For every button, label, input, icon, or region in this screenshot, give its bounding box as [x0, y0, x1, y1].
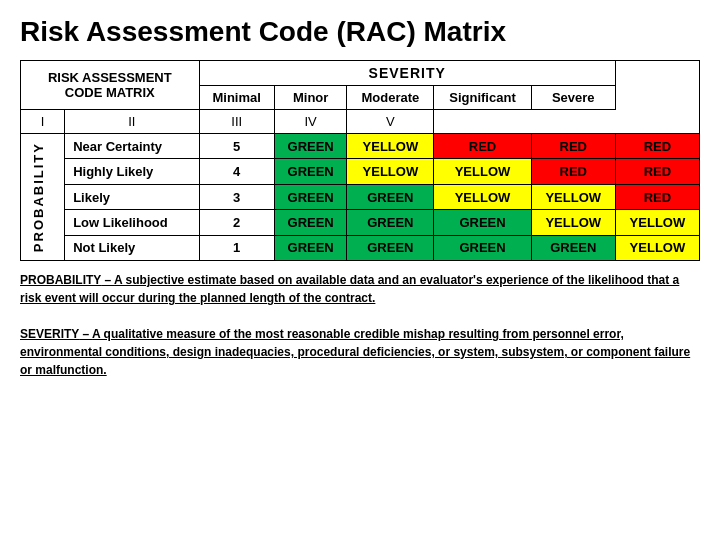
risk-cell: GREEN: [274, 184, 347, 209]
probability-row-number: 3: [199, 184, 274, 209]
probability-row-label: Low Likelihood: [65, 210, 199, 235]
risk-cell: YELLOW: [434, 159, 531, 184]
risk-cell: YELLOW: [615, 235, 699, 260]
probability-label: PROBABILITY: [21, 134, 65, 261]
table-row: Not Likely1GREENGREENGREENGREENYELLOW: [21, 235, 700, 260]
risk-cell: YELLOW: [347, 134, 434, 159]
probability-row-number: 5: [199, 134, 274, 159]
probability-row-label: Highly Likely: [65, 159, 199, 184]
probability-row-number: 4: [199, 159, 274, 184]
risk-cell: YELLOW: [347, 159, 434, 184]
footnotes-section: PROBABILITY – A subjective estimate base…: [20, 271, 700, 379]
table-row: PROBABILITYNear Certainty5GREENYELLOWRED…: [21, 134, 700, 159]
risk-cell: YELLOW: [531, 210, 615, 235]
risk-cell: RED: [531, 159, 615, 184]
severity-roman: I: [21, 110, 65, 134]
risk-cell: RED: [615, 159, 699, 184]
risk-cell: GREEN: [274, 159, 347, 184]
risk-cell: YELLOW: [531, 184, 615, 209]
table-row: Low Likelihood2GREENGREENGREENYELLOWYELL…: [21, 210, 700, 235]
risk-cell: RED: [531, 134, 615, 159]
severity-col-header: Moderate: [347, 86, 434, 110]
probability-row-number: 1: [199, 235, 274, 260]
footnote-severity: SEVERITY – A qualitative measure of the …: [20, 325, 700, 379]
severity-roman: II: [65, 110, 199, 134]
risk-cell: GREEN: [274, 210, 347, 235]
risk-cell: GREEN: [274, 134, 347, 159]
risk-assessment-header: RISK ASSESSMENT CODE MATRIX: [21, 61, 200, 110]
risk-cell: GREEN: [347, 235, 434, 260]
severity-col-header: Significant: [434, 86, 531, 110]
footnote-probability: PROBABILITY – A subjective estimate base…: [20, 271, 700, 307]
table-row: Highly Likely4GREENYELLOWYELLOWREDRED: [21, 159, 700, 184]
risk-cell: GREEN: [531, 235, 615, 260]
risk-cell: GREEN: [347, 210, 434, 235]
probability-row-label: Not Likely: [65, 235, 199, 260]
probability-row-label: Likely: [65, 184, 199, 209]
risk-cell: GREEN: [274, 235, 347, 260]
table-row: Likely3GREENGREENYELLOWYELLOWRED: [21, 184, 700, 209]
risk-cell: GREEN: [434, 235, 531, 260]
risk-cell: GREEN: [347, 184, 434, 209]
probability-row-number: 2: [199, 210, 274, 235]
rac-matrix: RISK ASSESSMENT CODE MATRIX SEVERITY Min…: [20, 60, 700, 261]
risk-cell: RED: [434, 134, 531, 159]
severity-header: SEVERITY: [199, 61, 615, 86]
severity-col-header: Minimal: [199, 86, 274, 110]
risk-cell: RED: [615, 184, 699, 209]
risk-cell: GREEN: [434, 210, 531, 235]
risk-cell: RED: [615, 134, 699, 159]
risk-cell: YELLOW: [434, 184, 531, 209]
page-title: Risk Assessment Code (RAC) Matrix: [20, 16, 700, 48]
probability-row-label: Near Certainty: [65, 134, 199, 159]
severity-col-header: Minor: [274, 86, 347, 110]
severity-roman: IV: [274, 110, 347, 134]
severity-roman: V: [347, 110, 434, 134]
severity-col-header: Severe: [531, 86, 615, 110]
risk-cell: YELLOW: [615, 210, 699, 235]
severity-roman: III: [199, 110, 274, 134]
